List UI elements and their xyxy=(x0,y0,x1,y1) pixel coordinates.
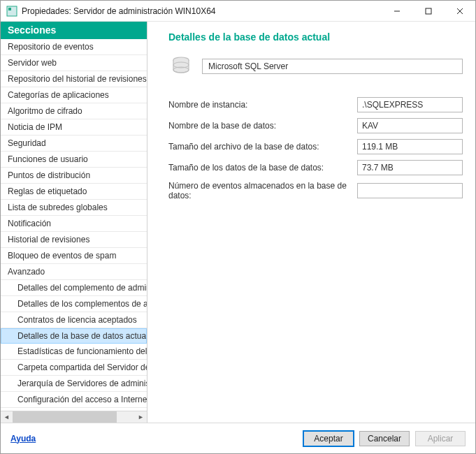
datasize-label: Tamaño de los datos de la base de datos: xyxy=(168,163,357,173)
scroll-left-icon[interactable]: ◄ xyxy=(1,411,13,423)
db-type-field: Microsoft SQL Server xyxy=(202,59,463,74)
field-datasize: Tamaño de los datos de la base de datos:… xyxy=(168,160,463,175)
dbname-value: KAV xyxy=(357,118,463,133)
events-value xyxy=(357,183,463,198)
app-icon xyxy=(6,6,17,17)
page-title: Detalles de la base de datos actual xyxy=(168,31,463,43)
instance-value: .\SQLEXPRESS xyxy=(357,97,463,112)
tree-item[interactable]: Reglas de etiquetado xyxy=(1,184,147,200)
tree-item[interactable]: Servidor web xyxy=(1,55,147,71)
properties-window: Propiedades: Servidor de administración … xyxy=(0,0,476,454)
sidebar-hscroll[interactable]: ◄ ► xyxy=(1,411,147,423)
tree-item[interactable]: Seguridad xyxy=(1,136,147,152)
close-button[interactable] xyxy=(444,1,475,21)
svg-rect-2 xyxy=(8,8,11,10)
titlebar: Propiedades: Servidor de administración … xyxy=(1,1,475,22)
tree-item-child[interactable]: Detalles de los complementos de administ… xyxy=(1,296,147,312)
tree-item-selected[interactable]: Detalles de la base de datos actual xyxy=(1,328,147,344)
tree-item-child[interactable]: Configuración del acceso a Internet xyxy=(1,392,147,408)
tree-item[interactable]: Lista de subredes globales xyxy=(1,200,147,216)
main-panel: Detalles de la base de datos actual Micr… xyxy=(147,22,475,423)
tree-item-child[interactable]: Carpeta compartida del Servidor de admin… xyxy=(1,360,147,376)
tree-item-child[interactable]: Contratos de licencia aceptados xyxy=(1,312,147,328)
events-label: Número de eventos almacenados en la base… xyxy=(168,181,357,200)
tree-item[interactable]: Algoritmo de cifrado xyxy=(1,103,147,119)
instance-label: Nombre de instancia: xyxy=(168,100,357,110)
body: Secciones Repositorio de eventosServidor… xyxy=(1,22,475,423)
tree-item[interactable]: Bloqueo de eventos de spam xyxy=(1,248,147,264)
tree-item[interactable]: Repositorio del historial de revisiones xyxy=(1,71,147,87)
maximize-button[interactable] xyxy=(412,1,444,21)
tree-item[interactable]: Repositorio de eventos xyxy=(1,39,147,55)
tree-item[interactable]: Notificación xyxy=(1,216,147,232)
tree-item[interactable]: Puntos de distribución xyxy=(1,168,147,184)
database-icon xyxy=(168,54,194,79)
cancel-button[interactable]: Cancelar xyxy=(359,431,410,446)
field-dbname: Nombre de la base de datos: KAV xyxy=(168,118,463,133)
help-link[interactable]: Ayuda xyxy=(10,434,36,444)
tree-item-child[interactable]: Estadísticas de funcionamiento del Servi… xyxy=(1,344,147,360)
db-type-row: Microsoft SQL Server xyxy=(168,54,463,79)
filesize-label: Tamaño del archivo de la base de datos: xyxy=(168,142,357,152)
ok-button[interactable]: Aceptar xyxy=(303,431,354,446)
tree-item-child[interactable]: Jerarquía de Servidores de administració… xyxy=(1,376,147,392)
svg-rect-4 xyxy=(426,8,431,14)
field-filesize: Tamaño del archivo de la base de datos: … xyxy=(168,139,463,154)
dbname-label: Nombre de la base de datos: xyxy=(168,121,357,131)
tree-item-child[interactable]: Detalles del complemento de administraci… xyxy=(1,280,147,296)
scroll-track[interactable] xyxy=(13,411,135,423)
sidebar: Secciones Repositorio de eventosServidor… xyxy=(1,22,147,423)
tree-item[interactable]: Funciones de usuario xyxy=(1,152,147,168)
sidebar-header: Secciones xyxy=(1,22,147,39)
scroll-right-icon[interactable]: ► xyxy=(135,411,147,423)
tree-item[interactable]: Noticia de IPM xyxy=(1,119,147,136)
scroll-thumb[interactable] xyxy=(13,411,117,423)
minimize-button[interactable] xyxy=(381,1,412,21)
field-events: Número de eventos almacenados en la base… xyxy=(168,181,463,200)
window-title: Propiedades: Servidor de administración … xyxy=(22,6,381,16)
footer: Ayuda Aceptar Cancelar Aplicar xyxy=(1,423,475,453)
tree-item[interactable]: Avanzado xyxy=(1,264,147,280)
tree-item[interactable]: Categorías de aplicaciones xyxy=(1,87,147,103)
filesize-value: 119.1 MB xyxy=(357,139,463,154)
section-tree: Repositorio de eventosServidor webReposi… xyxy=(1,39,147,411)
field-instance: Nombre de instancia: .\SQLEXPRESS xyxy=(168,97,463,112)
apply-button[interactable]: Aplicar xyxy=(415,431,466,446)
datasize-value: 73.7 MB xyxy=(357,160,463,175)
tree-item[interactable]: Historial de revisiones xyxy=(1,232,147,248)
